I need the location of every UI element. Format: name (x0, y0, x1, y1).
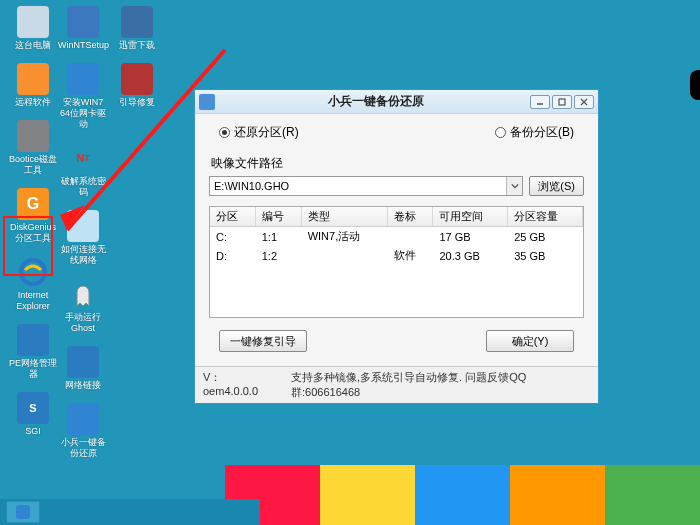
taskbar-item[interactable] (6, 501, 40, 523)
status-text: 支持多种镜像,多系统引导自动修复. 问题反馈QQ群:606616468 (291, 370, 590, 400)
repair-boot-button[interactable]: 一键修复引导 (219, 330, 307, 352)
desktop-icon-winnt[interactable]: WinNTSetup (58, 6, 108, 51)
desktop-icon-win764[interactable]: 安装WIN7 64位网卡驱动 (58, 63, 108, 130)
image-path-input[interactable] (210, 177, 506, 195)
desktop-icon-pc[interactable]: 这台电脑 (8, 6, 58, 51)
desktop-col-2: WinNTSetup 安装WIN7 64位网卡驱动 NT破解系统密码 如何连接无… (58, 6, 108, 471)
desktop-icon-bootice[interactable]: Bootice磁盘工具 (8, 120, 58, 176)
svg-rect-4 (559, 99, 565, 105)
desktop-icon-crack[interactable]: NT破解系统密码 (58, 142, 108, 198)
col-size[interactable]: 分区容量 (508, 207, 583, 227)
desktop-icon-xunlei[interactable]: 迅雷下载 (112, 6, 162, 51)
table-row[interactable]: C: 1:1 WIN7,活动 17 GB 25 GB (210, 227, 583, 247)
restore-radio[interactable]: 还原分区(R) (219, 124, 299, 141)
radio-icon (219, 127, 230, 138)
close-button[interactable] (574, 95, 594, 109)
col-type[interactable]: 类型 (301, 207, 387, 227)
radio-icon (495, 127, 506, 138)
desktop-icon-pe-net[interactable]: PE网络管理器 (8, 324, 58, 380)
dialog-titlebar[interactable]: 小兵一键备份还原 (195, 90, 598, 114)
desktop-icon-ghost[interactable]: 手动运行Ghost (58, 278, 108, 334)
desktop-icon-netlink[interactable]: 网络链接 (58, 346, 108, 391)
statusbar: V：oem4.0.0.0 支持多种镜像,多系统引导自动修复. 问题反馈QQ群:6… (195, 366, 598, 403)
col-free[interactable]: 可用空间 (433, 207, 508, 227)
desktop-icon-wifi[interactable]: 如何连接无线网络 (58, 210, 108, 266)
minimize-button[interactable] (530, 95, 550, 109)
decorative-bars (225, 465, 700, 525)
side-tab[interactable] (690, 70, 700, 100)
image-path-combo[interactable] (209, 176, 523, 196)
backup-restore-dialog: 小兵一键备份还原 还原分区(R) 备份分区(B) 映像文件路径 (194, 89, 599, 404)
browse-button[interactable]: 浏览(S) (529, 176, 584, 196)
image-path-label: 映像文件路径 (211, 155, 584, 172)
confirm-button[interactable]: 确定(Y) (486, 330, 574, 352)
partition-table[interactable]: 分区 编号 类型 卷标 可用空间 分区容量 C: 1:1 WIN7,活动 17 … (209, 206, 584, 318)
desktop-icon-remote[interactable]: 远程软件 (8, 63, 58, 108)
status-version: V：oem4.0.0.0 (203, 370, 275, 400)
col-index[interactable]: 编号 (255, 207, 301, 227)
desktop-icon-sgi[interactable]: SSGI (8, 392, 58, 437)
desktop-icon-recover[interactable]: 引导修复 (112, 63, 162, 108)
annotation-highlight (3, 216, 53, 276)
table-row[interactable]: D: 1:2 软件 20.3 GB 35 GB (210, 246, 583, 265)
col-partition[interactable]: 分区 (210, 207, 255, 227)
desktop-icon-backup[interactable]: 小兵一键备份还原 (58, 403, 108, 459)
taskbar[interactable] (0, 499, 260, 525)
app-icon (199, 94, 215, 110)
chevron-down-icon[interactable] (506, 177, 522, 195)
maximize-button[interactable] (552, 95, 572, 109)
dialog-title: 小兵一键备份还原 (221, 93, 530, 110)
backup-radio[interactable]: 备份分区(B) (495, 124, 574, 141)
col-volume[interactable]: 卷标 (387, 207, 433, 227)
desktop-col-3: 迅雷下载 引导修复 (112, 6, 162, 120)
svg-rect-7 (16, 505, 30, 519)
